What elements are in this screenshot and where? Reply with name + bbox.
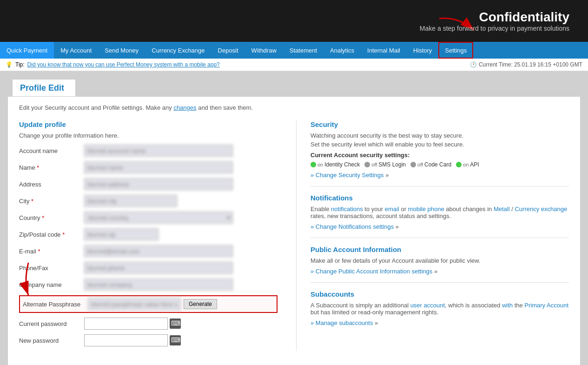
page-title-tab: Profile Edit — [12, 79, 76, 97]
country-row: Country * blurred country — [19, 212, 277, 224]
sub-user-link[interactable]: user account — [410, 302, 445, 309]
current-pwd-row: Current password — [19, 318, 277, 330]
two-col-layout: Update profile Change your profile infor… — [19, 120, 569, 351]
content-inner: Edit your Security account and Profile s… — [8, 97, 580, 358]
api-status: on — [463, 162, 469, 167]
current-pwd-label: Current password — [19, 320, 84, 327]
address-label: Address — [19, 181, 84, 188]
security-current-label: Current Account security settings: — [311, 152, 569, 159]
account-name-input[interactable] — [84, 145, 233, 157]
code-card-label: Code Card — [424, 161, 451, 168]
header-title: Confidentiality — [420, 10, 569, 25]
country-select[interactable]: blurred country — [84, 212, 233, 224]
nav-deposit[interactable]: Deposit — [211, 42, 245, 59]
phone-input[interactable] — [84, 262, 233, 274]
notif-desc-link2[interactable]: email — [385, 206, 399, 212]
notif-desc-link1[interactable]: notifications — [331, 206, 363, 212]
zip-label: Zip/Postal code * — [19, 231, 84, 238]
navbar: Quick Payment My Account Send Money Curr… — [0, 42, 588, 59]
public-account-desc: Make all or few details of your Account … — [311, 257, 569, 264]
security-desc1: Watching account security is the best wa… — [311, 132, 569, 139]
identity-check-status: on — [317, 162, 323, 167]
manage-subaccounts-link[interactable]: Manage subaccounts — [311, 319, 373, 326]
change-notifications-link[interactable]: Change Notifications settings — [311, 223, 394, 230]
account-name-label: Account name — [19, 147, 84, 154]
update-profile-desc: Change your profile information here. — [19, 132, 277, 139]
nav-send-money[interactable]: Send Money — [98, 42, 145, 59]
tip-link[interactable]: Did you know that now you can use Perfec… — [27, 61, 220, 68]
nav-settings[interactable]: Settings — [438, 42, 473, 59]
nav-analytics[interactable]: Analytics — [324, 42, 361, 59]
nav-my-account[interactable]: My Account — [54, 42, 98, 59]
intro-text: Edit your Security account and Profile s… — [19, 104, 569, 111]
sms-login-label: SMS Login — [378, 161, 406, 168]
api-dot — [456, 162, 462, 167]
change-security-para: Change Security Settings » — [311, 172, 569, 179]
keyboard-icon-new[interactable] — [170, 335, 181, 345]
email-input[interactable] — [84, 245, 233, 257]
badge-api: on API — [456, 161, 479, 168]
name-row: Name * — [19, 161, 277, 173]
public-account-title: Public Account Information — [311, 246, 569, 253]
tip-text: Tip: — [15, 61, 25, 68]
page-title: Profile Edit — [20, 83, 64, 93]
country-label: Country * — [19, 214, 84, 221]
right-col: Security Watching account security is th… — [296, 120, 569, 351]
notif-desc-link4[interactable]: Metall — [494, 206, 510, 212]
phone-row: Phone/Fax — [19, 262, 277, 274]
name-input[interactable] — [84, 161, 233, 173]
account-name-row: Account name — [19, 145, 277, 157]
city-row: City * — [19, 195, 277, 207]
sms-login-status: off — [371, 162, 377, 167]
left-col: Update profile Change your profile infor… — [19, 120, 277, 351]
new-pwd-input[interactable] — [84, 334, 168, 346]
notifications-desc: Enable notifications to your email or mo… — [311, 206, 569, 219]
nav-history[interactable]: History — [407, 42, 438, 59]
alt-passphrase-input[interactable] — [88, 298, 181, 310]
divider-2 — [311, 238, 569, 238]
city-label: City * — [19, 198, 84, 205]
current-pwd-input[interactable] — [84, 318, 168, 330]
change-public-link[interactable]: Change Public Account Information settin… — [311, 268, 432, 275]
identity-check-label: Identity Check — [324, 161, 360, 168]
new-pwd-row: New password — [19, 334, 277, 346]
nav-currency-exchange[interactable]: Currency Exchange — [145, 42, 211, 59]
notif-desc-link3[interactable]: mobile phone — [408, 206, 444, 212]
alt-passphrase-row: Alternate Passphrase Generate — [19, 295, 277, 313]
tip-left: 💡 Tip: Did you know that now you can use… — [6, 61, 220, 68]
keyboard-icon-current[interactable] — [170, 319, 181, 329]
badge-code-card: off Code Card — [410, 161, 451, 168]
identity-check-dot — [311, 162, 316, 167]
security-desc2: Set the security level which will enable… — [311, 141, 569, 148]
zip-input[interactable] — [84, 228, 159, 240]
company-label: Company name — [19, 281, 84, 288]
sub-primary-link[interactable]: Primary Account — [524, 302, 568, 309]
security-title: Security — [311, 120, 569, 128]
generate-button[interactable]: Generate — [184, 299, 217, 309]
nav-withdraw[interactable]: Withdraw — [245, 42, 283, 59]
address-row: Address — [19, 178, 277, 190]
nav-internal-mail[interactable]: Internal Mail — [361, 42, 407, 59]
zip-row: Zip/Postal code * — [19, 228, 277, 240]
manage-subaccounts-para: Manage subaccounts » — [311, 319, 569, 326]
code-card-status: off — [417, 162, 423, 167]
tip-bar: 💡 Tip: Did you know that now you can use… — [0, 59, 588, 71]
change-notif-para: Change Notifications settings » — [311, 223, 569, 230]
changes-link[interactable]: changes — [173, 104, 196, 111]
notif-desc-link5[interactable]: Currency exchange — [515, 206, 567, 212]
phone-label: Phone/Fax — [19, 265, 84, 272]
nav-quick-payment[interactable]: Quick Payment — [0, 42, 54, 59]
alt-passphrase-label: Alternate Passphrase — [23, 301, 88, 308]
city-input[interactable] — [84, 195, 177, 207]
badge-sms-login: off SMS Login — [364, 161, 406, 168]
new-pwd-label: New password — [19, 337, 84, 344]
change-security-link[interactable]: Change Security Settings — [311, 172, 384, 179]
badge-identity-check: on Identity Check — [311, 161, 360, 168]
address-input[interactable] — [84, 178, 233, 190]
sub-with-link[interactable]: with — [502, 302, 513, 309]
nav-statement[interactable]: Statement — [283, 42, 324, 59]
company-input[interactable] — [84, 279, 233, 291]
header-text: Confidentiality Make a step forward to p… — [420, 10, 569, 32]
divider-1 — [311, 186, 569, 186]
code-card-dot — [410, 162, 416, 167]
